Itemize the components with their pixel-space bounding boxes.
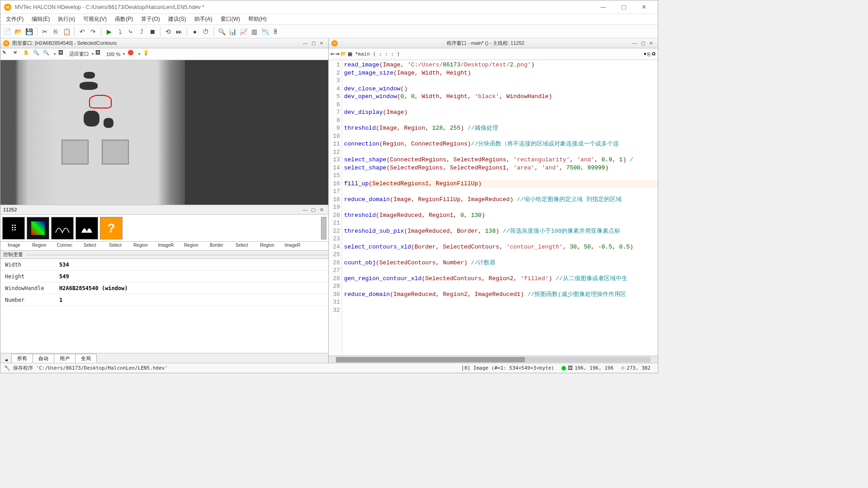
maximize-icon[interactable]: ▢ — [309, 207, 317, 213]
close-icon[interactable]: ✕ — [317, 207, 326, 213]
fit-window-label[interactable]: 适应窗口 — [68, 51, 90, 57]
image2-icon[interactable]: 🖼 — [95, 50, 104, 59]
thumbnail[interactable] — [51, 217, 74, 239]
cut-icon[interactable]: ✂ — [40, 27, 50, 37]
colors-icon[interactable]: 🔴 — [127, 50, 137, 59]
reset-icon[interactable]: ⟲ — [163, 27, 173, 37]
feature-icon[interactable]: ▥ — [249, 27, 259, 37]
graphic-view[interactable] — [0, 60, 328, 205]
variable-row[interactable]: Width 534 — [0, 259, 328, 271]
menu-execute[interactable]: 执行(x) — [54, 14, 79, 24]
profile-icon[interactable]: 📈 — [238, 27, 248, 37]
status-rgb: 🖼 196, 196, 196 — [558, 365, 617, 371]
thumb-label: Image — [2, 242, 26, 250]
horizontal-scrollbar[interactable] — [329, 356, 658, 363]
var-value: H2A6B2854540 (window) — [59, 285, 328, 291]
open-icon[interactable]: 📂 — [13, 27, 23, 37]
breakpoint-icon[interactable]: ● — [190, 27, 200, 37]
redo-icon[interactable]: ↷ — [88, 27, 98, 37]
bulb-icon[interactable]: 💡 — [143, 50, 152, 59]
thumb-scrollbar[interactable] — [321, 217, 326, 239]
close-icon[interactable]: ✕ — [647, 40, 655, 47]
image-icon[interactable]: 🖼 — [58, 50, 67, 59]
copy-func-icon[interactable]: ⎘ — [647, 52, 651, 57]
thumbnail[interactable] — [27, 217, 49, 239]
variable-row[interactable]: Height 549 — [0, 271, 328, 282]
tab-user[interactable]: 用户 — [54, 354, 75, 363]
back-icon[interactable]: ⇐ — [330, 51, 335, 57]
thumbnail[interactable] — [75, 217, 98, 239]
tuning-icon[interactable]: 🎚 — [271, 27, 281, 37]
copy-icon[interactable]: ⎘ — [51, 27, 61, 37]
menu-window[interactable]: 窗口(W) — [217, 14, 244, 24]
new-icon[interactable]: 📄 — [2, 27, 12, 37]
paste-icon[interactable]: 📋 — [61, 27, 71, 37]
image-display[interactable] — [0, 60, 185, 205]
menu-assist[interactable]: 助手(A) — [191, 14, 216, 24]
menu-function[interactable]: 函数(P) — [111, 14, 137, 24]
graychart-icon[interactable]: 📉 — [260, 27, 270, 37]
menu-edit[interactable]: 编辑(E) — [28, 14, 53, 24]
tab-auto[interactable]: 自动 — [33, 354, 54, 363]
thumbs-titlebar[interactable]: 11252 — ▢ ✕ — [0, 205, 328, 215]
zoom-icon[interactable]: 🔍 — [217, 27, 226, 37]
close-icon[interactable]: ✕ — [317, 40, 326, 47]
undo-icon[interactable]: ↶ — [77, 27, 87, 37]
menu-suggest[interactable]: 建议(S) — [165, 14, 190, 24]
tab-global[interactable]: 全局 — [75, 354, 97, 363]
zoom-percent[interactable]: 100 % — [105, 52, 121, 57]
var-name: Width — [0, 262, 59, 268]
thumbnail[interactable]: ⠿ — [2, 217, 25, 239]
minimize-icon[interactable]: — — [301, 207, 309, 212]
thumbnail-unknown[interactable]: ? — [100, 217, 123, 239]
minimize-icon[interactable]: — — [631, 40, 639, 47]
code-location[interactable]: *main ( : : : ) — [353, 51, 643, 57]
stop-icon[interactable]: ⏹ — [147, 27, 157, 37]
variable-row[interactable]: WindowHandle H2A6B2854540 (window) — [0, 282, 328, 294]
step-into-icon[interactable]: ⤷ — [126, 27, 136, 37]
variable-table[interactable]: Width 534 Height 549 WindowHandle H2A6B2… — [0, 259, 328, 353]
maximize-icon[interactable]: ▢ — [309, 40, 317, 47]
step-over-icon[interactable]: ⤵ — [115, 27, 125, 37]
pencil-icon[interactable]: ✎ — [2, 50, 11, 59]
recycle-icon[interactable]: ♻ — [651, 51, 656, 57]
code-editor[interactable]: 1234567891011121314151617181920212223242… — [329, 60, 658, 356]
maximize-button[interactable]: ▢ — [613, 1, 634, 14]
zoom-out-icon[interactable]: 🔍 — [43, 50, 52, 59]
tab-all[interactable]: 所有 — [11, 354, 33, 363]
thumb-label: Select — [104, 242, 127, 250]
timer-icon[interactable]: ⏱ — [201, 27, 211, 37]
graphic-window-title: 图形窗口: [H2A6B2854540] - SelectedContours — [12, 40, 301, 47]
hand-icon[interactable]: ✋ — [23, 50, 32, 59]
menubar: 文件(F) 编辑(E) 执行(x) 可视化(V) 函数(P) 算子(O) 建议(… — [0, 14, 658, 25]
zoom-in-icon[interactable]: 🔍 — [33, 50, 42, 59]
main-area: H 图形窗口: [H2A6B2854540] - SelectedContour… — [0, 38, 658, 363]
maximize-icon[interactable]: ▢ — [639, 40, 647, 47]
graphic-window-titlebar[interactable]: H 图形窗口: [H2A6B2854540] - SelectedContour… — [0, 38, 328, 48]
menu-operator[interactable]: 算子(O) — [137, 14, 163, 24]
variable-row[interactable]: Number 1 — [0, 294, 328, 306]
minimize-icon[interactable]: — — [301, 40, 309, 47]
menu-help[interactable]: 帮助(H) — [245, 14, 270, 24]
thumb-label: ImageR — [154, 242, 178, 250]
var-name: WindowHandle — [0, 285, 59, 291]
histogram-icon[interactable]: 📊 — [227, 27, 237, 37]
function-icon[interactable]: ▦ — [348, 51, 352, 57]
folder-icon[interactable]: 📂 — [340, 51, 347, 57]
forward-icon[interactable]: ⇒ — [335, 51, 340, 57]
menu-file[interactable]: 文件(F) — [2, 14, 27, 24]
code-toolbar: ⇐ ⇒ 📂 ▦ *main ( : : : ) ▾ ⎘ ♻ — [329, 48, 658, 60]
titlebar[interactable]: H MVTec HALCON HDevelop - C:/Users/86173… — [0, 0, 658, 14]
code-lines[interactable]: read_image(Image, 'C:/Users/86173/Deskto… — [342, 60, 658, 356]
thumbnail-strip: ⠿ ? — [0, 215, 328, 242]
close-button[interactable]: ✕ — [634, 1, 654, 14]
save-icon[interactable]: 💾 — [24, 27, 34, 37]
step-out-icon[interactable]: ⤴ — [137, 27, 146, 37]
thumb-label: Select — [78, 242, 102, 250]
minimize-button[interactable]: — — [593, 1, 613, 14]
program-window-titlebar[interactable]: H 程序窗口 - main* () - 主线程: 11252 — ▢ ✕ — [329, 38, 658, 48]
menu-visualize[interactable]: 可视化(V) — [80, 14, 110, 24]
skip-icon[interactable]: ⏭ — [174, 27, 184, 37]
pointer-icon[interactable]: ⤧ — [13, 50, 22, 59]
run-icon[interactable]: ▶ — [104, 27, 114, 37]
